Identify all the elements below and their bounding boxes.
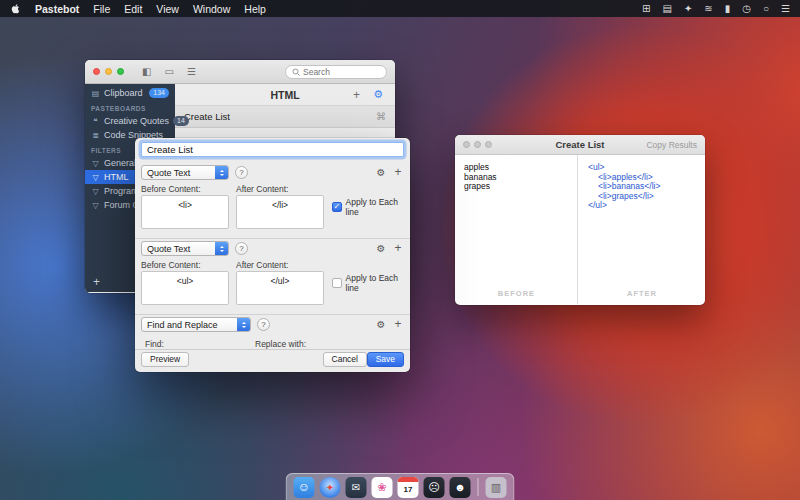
after-content-label: After Content: xyxy=(236,260,288,270)
divider xyxy=(135,238,410,239)
display-icon[interactable]: ▤ xyxy=(663,3,672,14)
clipboard-count-badge: 134 xyxy=(149,88,169,98)
zoom-button[interactable] xyxy=(117,68,124,75)
before-content-label: Before Content: xyxy=(141,184,201,194)
search-field[interactable] xyxy=(285,65,387,79)
menu-edit[interactable]: Edit xyxy=(124,3,142,15)
step3-type-dropdown[interactable]: Find and Replace xyxy=(141,317,251,332)
step1-before-textarea[interactable]: <li> xyxy=(141,195,229,229)
apple-icon[interactable] xyxy=(10,3,21,14)
step1-help-button[interactable]: ? xyxy=(235,166,248,179)
chevron-up-down-icon xyxy=(237,318,250,331)
step2-after-textarea[interactable]: </ul> xyxy=(236,271,324,305)
menu-view[interactable]: View xyxy=(156,3,179,15)
dropbox-icon[interactable]: ✦ xyxy=(684,3,692,14)
divider xyxy=(135,314,410,315)
screaming-face-icon[interactable]: ☹ xyxy=(424,477,445,498)
dropdown-value: Quote Text xyxy=(147,168,190,178)
cancel-button[interactable]: Cancel xyxy=(323,352,367,367)
step1-add-button[interactable]: + xyxy=(391,165,405,179)
spotlight-icon[interactable]: ○ xyxy=(763,3,769,14)
safari-icon[interactable]: ✦ xyxy=(320,477,341,498)
notification-center-icon[interactable]: ☰ xyxy=(781,3,790,14)
step1-gear-icon[interactable]: ⚙ xyxy=(374,167,388,178)
divider xyxy=(135,349,410,350)
filter-icon: ▽ xyxy=(91,173,100,182)
finder-icon[interactable]: ☺ xyxy=(294,477,315,498)
wifi-icon[interactable]: ≋ xyxy=(704,3,712,14)
menu-window[interactable]: Window xyxy=(193,3,230,15)
after-line: </ul> xyxy=(588,201,705,211)
before-content-label: Before Content: xyxy=(141,260,201,270)
menu-bar: Pastebot File Edit View Window Help ⊞ ▤ … xyxy=(0,0,800,17)
sidebar-item-label: Clipboard xyxy=(104,88,143,98)
dropdown-value: Quote Text xyxy=(147,244,190,254)
sidebar-item-creative-quotes[interactable]: ❝ Creative Quotes 14 xyxy=(85,114,175,128)
filter-row-create-list[interactable]: Create List ⌘ xyxy=(175,106,395,128)
preview-body: apples bananas grapes <ul> <li>apples</l… xyxy=(455,155,705,304)
close-button[interactable] xyxy=(93,68,100,75)
sidebar-item-label: General xyxy=(104,158,136,168)
checkbox-unchecked-icon[interactable] xyxy=(332,278,342,288)
replace-with-label: Replace with: xyxy=(255,339,306,349)
preview-button[interactable]: Preview xyxy=(141,352,189,367)
after-caption: AFTER xyxy=(579,289,705,298)
clock-icon[interactable]: ◷ xyxy=(742,3,751,14)
step2-before-textarea[interactable]: <ul> xyxy=(141,271,229,305)
count-badge: 14 xyxy=(173,116,189,126)
trash-icon[interactable]: ▥ xyxy=(486,477,507,498)
step1-after-textarea[interactable]: </li> xyxy=(236,195,324,229)
filter-row-label: Create List xyxy=(184,111,230,122)
minimize-button[interactable] xyxy=(105,68,112,75)
traffic-lights xyxy=(93,68,124,75)
grid-icon[interactable]: ⊞ xyxy=(642,3,650,14)
step2-help-button[interactable]: ? xyxy=(235,242,248,255)
sidebar-toggle-icon[interactable]: ◧ xyxy=(142,66,151,77)
before-line: grapes xyxy=(464,182,577,192)
filter-icon: ▽ xyxy=(91,159,100,168)
filter-icon: ▽ xyxy=(91,201,100,210)
list-view-icon[interactable]: ☰ xyxy=(187,66,196,77)
chevron-up-down-icon xyxy=(215,166,228,179)
step2-add-button[interactable]: + xyxy=(391,241,405,255)
menu-help[interactable]: Help xyxy=(244,3,266,15)
preview-after-pane: <ul> <li>apples</li> <li>bananas</li> <l… xyxy=(578,155,705,304)
gear-icon[interactable]: ⚙ xyxy=(373,88,383,102)
battery-icon[interactable]: ▮ xyxy=(725,3,731,14)
step2-gear-icon[interactable]: ⚙ xyxy=(374,243,388,254)
desktop: Pastebot File Edit View Window Help ⊞ ▤ … xyxy=(0,0,800,500)
search-input[interactable] xyxy=(303,67,373,77)
add-pasteboard-button[interactable]: + xyxy=(93,275,100,289)
snippet-icon: ≣ xyxy=(91,131,100,140)
save-button[interactable]: Save xyxy=(367,352,404,367)
pastebot-robot-icon[interactable]: ☻ xyxy=(450,477,471,498)
photos-icon[interactable]: ❀ xyxy=(372,477,393,498)
clipboard-icon: ▤ xyxy=(91,89,100,98)
menu-file[interactable]: File xyxy=(93,3,110,15)
copy-results-button[interactable]: Copy Results xyxy=(646,140,697,150)
dock-separator xyxy=(478,478,479,496)
shortcut-badge: ⌘ xyxy=(376,111,386,122)
filter-edit-dialog: Quote Text ? ⚙ + Before Content: After C… xyxy=(135,138,410,372)
checkbox-checked-icon[interactable]: ✓ xyxy=(332,202,342,212)
before-caption: BEFORE xyxy=(455,289,578,298)
sidebar-item-label: Creative Quotes xyxy=(104,116,169,126)
dock: ☺ ✦ ✉ ❀ 17 ☹ ☻ ▥ xyxy=(286,473,515,500)
step3-add-button[interactable]: + xyxy=(391,317,405,331)
layout-view-icon[interactable]: ▭ xyxy=(164,66,173,77)
step1-type-dropdown[interactable]: Quote Text xyxy=(141,165,229,180)
mail-icon[interactable]: ✉ xyxy=(346,477,367,498)
calendar-icon[interactable]: 17 xyxy=(398,477,419,498)
filter-name-input[interactable] xyxy=(141,142,404,157)
add-filter-button[interactable]: + xyxy=(353,88,360,102)
step1-apply-checkbox[interactable]: ✓ Apply to Each line xyxy=(332,197,410,217)
sidebar-item-clipboard[interactable]: ▤ Clipboard 134 xyxy=(85,86,175,100)
step2-apply-checkbox[interactable]: Apply to Each line xyxy=(332,273,410,293)
step3-help-button[interactable]: ? xyxy=(257,318,270,331)
step3-gear-icon[interactable]: ⚙ xyxy=(374,319,388,330)
chevron-up-down-icon xyxy=(215,242,228,255)
filter-icon: ▽ xyxy=(91,187,100,196)
toolbar-buttons: ◧ ▭ ☰ xyxy=(142,66,196,77)
menubar-app-name[interactable]: Pastebot xyxy=(35,3,79,15)
step2-type-dropdown[interactable]: Quote Text xyxy=(141,241,229,256)
